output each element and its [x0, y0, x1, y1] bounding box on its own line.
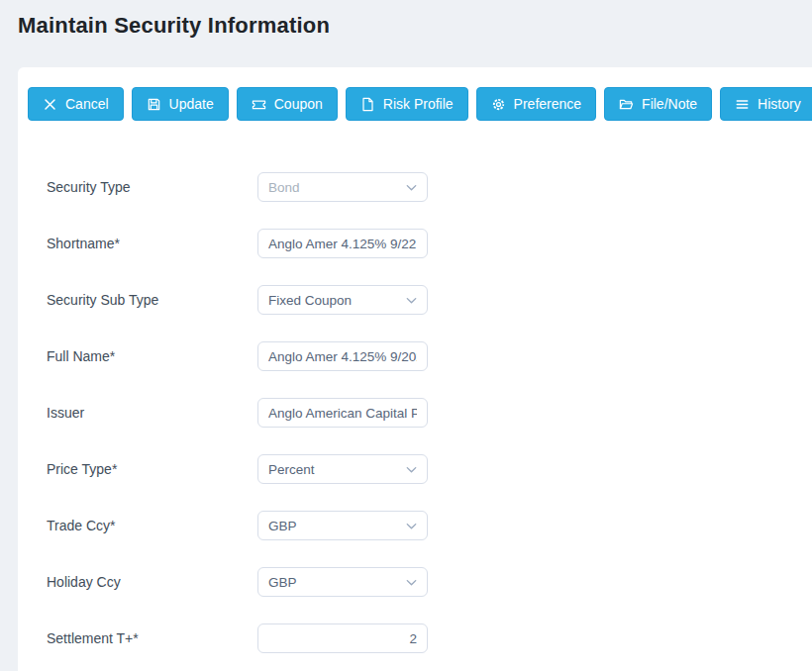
cancel-button[interactable]: Cancel: [28, 87, 124, 121]
gear-icon: [491, 97, 506, 112]
price-type-selected-value: Percent: [268, 462, 315, 477]
risk-profile-button[interactable]: Risk Profile: [346, 87, 468, 121]
history-button-label: History: [758, 96, 801, 112]
folder-open-icon: [619, 97, 634, 112]
security-sub-type-select[interactable]: Fixed Coupon: [257, 285, 428, 315]
form-row: Price Type* Percent: [28, 454, 812, 484]
price-type-label: Price Type*: [47, 461, 257, 477]
shortname-label: Shortname*: [47, 236, 257, 251]
chevron-down-icon: [404, 180, 419, 195]
trade-ccy-select[interactable]: GBP: [257, 511, 428, 540]
holiday-ccy-selected-value: GBP: [268, 575, 297, 590]
issuer-input[interactable]: [257, 398, 428, 428]
security-sub-type-selected-value: Fixed Coupon: [268, 293, 352, 308]
security-type-label: Security Type: [47, 179, 257, 195]
chevron-down-icon: [404, 519, 419, 533]
save-icon: [147, 97, 161, 112]
trade-ccy-label: Trade Ccy*: [47, 518, 257, 533]
update-button[interactable]: Update: [132, 87, 229, 121]
preference-button-label: Preference: [514, 96, 581, 112]
cancel-button-label: Cancel: [65, 96, 109, 112]
coupon-button[interactable]: Coupon: [237, 87, 338, 121]
form-row: Full Name*: [28, 341, 812, 371]
chevron-down-icon: [404, 575, 419, 590]
file-note-button-label: File/Note: [642, 96, 697, 112]
full-name-label: Full Name*: [47, 348, 257, 364]
chevron-down-icon: [404, 293, 419, 308]
x-icon: [43, 97, 57, 112]
holiday-ccy-select[interactable]: GBP: [257, 567, 428, 597]
toolbar: Cancel Update Coupon Risk Profile Prefer…: [28, 87, 812, 121]
coupon-button-label: Coupon: [274, 96, 323, 112]
ticket-icon: [252, 97, 266, 112]
form-row: Settlement T+*: [28, 623, 812, 653]
security-type-select: Bond: [257, 172, 428, 202]
file-note-button[interactable]: File/Note: [604, 87, 712, 121]
security-form: Security Type Bond Shortname* Security S…: [28, 172, 812, 653]
update-button-label: Update: [169, 96, 214, 112]
shortname-input[interactable]: [257, 229, 428, 258]
preference-button[interactable]: Preference: [476, 87, 596, 121]
form-row: Trade Ccy* GBP: [28, 511, 812, 540]
settlement-t-plus-input[interactable]: [257, 623, 428, 653]
page-title: Maintain Security Information: [18, 13, 812, 39]
page-header: Maintain Security Information: [0, 0, 812, 67]
full-name-input[interactable]: [257, 341, 428, 371]
security-sub-type-label: Security Sub Type: [47, 292, 257, 308]
form-row: Issuer: [28, 398, 812, 428]
history-button[interactable]: History: [720, 87, 812, 121]
price-type-select[interactable]: Percent: [257, 454, 428, 484]
content-card: Cancel Update Coupon Risk Profile Prefer…: [18, 67, 812, 671]
trade-ccy-selected-value: GBP: [268, 519, 297, 533]
file-icon: [360, 97, 375, 112]
form-row: Security Type Bond: [28, 172, 812, 202]
issuer-label: Issuer: [47, 405, 257, 421]
chevron-down-icon: [404, 462, 419, 477]
risk-profile-button-label: Risk Profile: [383, 96, 454, 112]
menu-icon: [735, 97, 750, 112]
holiday-ccy-label: Holiday Ccy: [47, 574, 257, 590]
form-row: Shortname*: [28, 229, 812, 258]
form-row: Security Sub Type Fixed Coupon: [28, 285, 812, 315]
settlement-t-plus-label: Settlement T+*: [47, 630, 257, 646]
security-type-selected-value: Bond: [268, 180, 300, 195]
form-row: Holiday Ccy GBP: [28, 567, 812, 597]
